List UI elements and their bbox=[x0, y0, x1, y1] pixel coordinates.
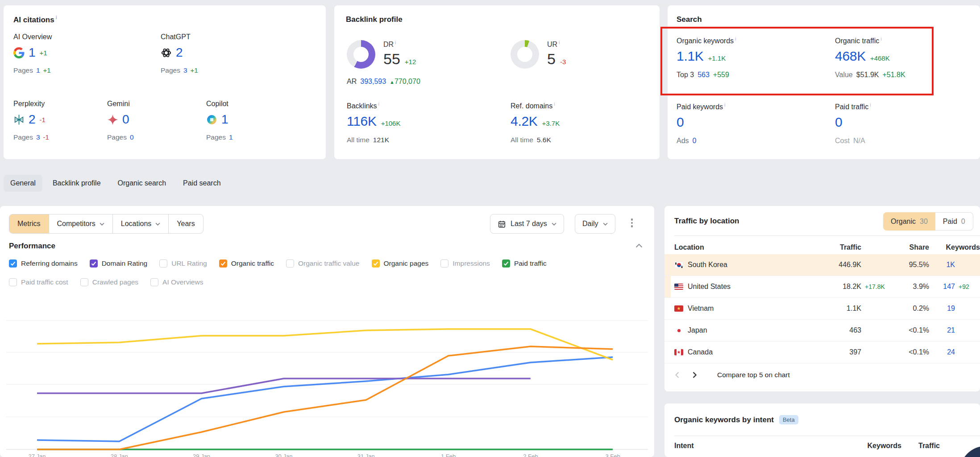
paid-keywords-block: Paid keywords 0 Ads 0 bbox=[677, 103, 726, 145]
info-icon bbox=[56, 15, 57, 20]
perplexity-icon bbox=[13, 114, 25, 125]
ai-pages-value[interactable]: 1 bbox=[36, 66, 40, 74]
metric-checkbox-row-2: Paid traffic costCrawled pagesAI Overvie… bbox=[9, 278, 203, 286]
granularity-button[interactable]: Daily bbox=[575, 214, 615, 234]
domain-rating-block: DR 55 +12 bbox=[347, 40, 494, 69]
checkbox-box[interactable] bbox=[9, 259, 17, 268]
url-rating-block: UR 5 -3 bbox=[511, 40, 644, 69]
checkbox-crawled-pages[interactable]: Crawled pages bbox=[80, 278, 138, 286]
keywords-link[interactable]: 21 bbox=[929, 326, 955, 334]
ai-citation-label: Gemini bbox=[107, 100, 134, 108]
tab-organic-search[interactable]: Organic search bbox=[111, 175, 173, 192]
ai-citation-label: Copilot bbox=[206, 100, 233, 108]
ai-citations-card: AI citations AI Overview1+1Pages1+1ChatG… bbox=[4, 5, 326, 159]
ref-domains-value[interactable]: 4.2K bbox=[511, 114, 538, 129]
backlinks-value[interactable]: 116K bbox=[347, 114, 377, 129]
flag-kr-icon bbox=[674, 262, 683, 268]
info-icon bbox=[880, 37, 881, 41]
ai-citation-value[interactable]: 1 bbox=[221, 112, 228, 127]
checkbox-box[interactable] bbox=[9, 278, 17, 286]
x-axis-label: 1 Feb bbox=[441, 453, 456, 457]
filter-competitors-button[interactable]: Competitors bbox=[49, 214, 113, 233]
info-icon bbox=[554, 102, 555, 107]
section-tabs: GeneralBacklink profileOrganic searchPai… bbox=[4, 175, 228, 192]
paid-traffic-block: Paid traffic 0 Cost N/A bbox=[835, 103, 871, 145]
keywords-link[interactable]: 24 bbox=[929, 348, 955, 356]
chevron-left-icon[interactable] bbox=[674, 371, 680, 379]
ai-citation-copilot: Copilot1Pages1 bbox=[206, 100, 233, 141]
ai-pages-value[interactable]: 1 bbox=[229, 133, 233, 141]
kebab-menu-icon[interactable] bbox=[627, 218, 636, 229]
keywords-link[interactable]: 19 bbox=[929, 305, 955, 313]
organic-traffic-value[interactable]: 468K bbox=[835, 49, 866, 64]
traffic-by-location-card: Traffic by location Organic30Paid0 Locat… bbox=[664, 206, 980, 391]
chatgpt-icon bbox=[161, 47, 172, 58]
flag-us-icon bbox=[674, 284, 683, 290]
checkbox-box[interactable] bbox=[80, 278, 88, 286]
ar-value[interactable]: 393,593 bbox=[360, 78, 386, 86]
backlinks-block: Backlinks 116K +106K All time121K bbox=[347, 102, 400, 144]
paid-traffic-value[interactable]: 0 bbox=[835, 115, 842, 130]
checkbox-organic-pages[interactable]: Organic pages bbox=[372, 259, 429, 268]
chevron-up-icon[interactable] bbox=[635, 243, 643, 248]
info-icon bbox=[395, 40, 396, 45]
filter-metrics-button[interactable]: Metrics bbox=[9, 214, 49, 233]
ai-citation-value[interactable]: 2 bbox=[29, 112, 36, 127]
chevron-down-icon bbox=[552, 222, 556, 226]
checkbox-box[interactable] bbox=[219, 259, 227, 268]
ai-citation-value[interactable]: 2 bbox=[176, 45, 183, 60]
tab-paid-search[interactable]: Paid search bbox=[176, 175, 228, 192]
checkbox-box[interactable] bbox=[502, 259, 510, 268]
organic-traffic-block: Organic traffic 468K +468K Value $51.9K … bbox=[835, 37, 905, 79]
keywords-link[interactable]: 147 bbox=[929, 283, 955, 291]
chevron-right-icon[interactable] bbox=[692, 371, 698, 379]
ai-citation-gemini: Gemini0Pages0 bbox=[107, 100, 134, 141]
chart-line-organic-traffic bbox=[37, 346, 613, 449]
x-axis-label: 28 Jan bbox=[111, 453, 128, 457]
ai-citation-delta: +1 bbox=[40, 49, 47, 57]
toggle-organic[interactable]: Organic30 bbox=[883, 212, 935, 231]
checkbox-box[interactable] bbox=[90, 259, 98, 268]
x-axis-label: 29 Jan bbox=[193, 453, 210, 457]
backlink-profile-title: Backlink profile bbox=[346, 15, 403, 24]
checkbox-organic-traffic[interactable]: Organic traffic bbox=[219, 259, 274, 268]
organic-keywords-value[interactable]: 1.1K bbox=[677, 49, 704, 64]
location-row-canada: Canada397<0.1%24 bbox=[664, 342, 980, 363]
checkbox-organic-traffic-value[interactable]: Organic traffic value bbox=[286, 259, 360, 268]
tab-general[interactable]: General bbox=[4, 175, 42, 192]
divider bbox=[674, 436, 980, 436]
checkbox-box[interactable] bbox=[150, 278, 158, 286]
paid-keywords-value[interactable]: 0 bbox=[677, 115, 684, 130]
ar-delta: ▲770,070 bbox=[390, 78, 420, 86]
checkbox-box[interactable] bbox=[440, 259, 448, 268]
checkbox-impressions[interactable]: Impressions bbox=[440, 259, 490, 268]
ai-pages-value[interactable]: 3 bbox=[36, 133, 40, 141]
ai-pages-value[interactable]: 3 bbox=[183, 66, 187, 74]
ai-pages-value[interactable]: 0 bbox=[130, 133, 134, 141]
checkbox-domain-rating[interactable]: Domain Rating bbox=[90, 259, 148, 268]
filter-years-button[interactable]: Years bbox=[169, 214, 203, 233]
checkbox-url-rating[interactable]: URL Rating bbox=[159, 259, 207, 268]
checkbox-referring-domains[interactable]: Referring domains bbox=[9, 259, 78, 268]
search-card: Search Organic keywords 1.1K +1.1K Top 3… bbox=[668, 5, 980, 159]
info-icon bbox=[559, 40, 560, 45]
checkbox-paid-traffic[interactable]: Paid traffic bbox=[502, 259, 547, 268]
checkbox-box[interactable] bbox=[159, 259, 167, 268]
date-range-button[interactable]: Last 7 days bbox=[490, 214, 564, 234]
ai-citation-value[interactable]: 0 bbox=[122, 112, 129, 127]
ai-citation-value[interactable]: 1 bbox=[29, 45, 36, 60]
chevron-down-icon bbox=[100, 222, 104, 226]
info-icon bbox=[735, 37, 736, 41]
keywords-link[interactable]: 1K bbox=[929, 261, 955, 269]
intent-table-header: Intent Keywords Traffic bbox=[664, 442, 980, 450]
ai-citation-ai-overview: AI Overview1+1Pages1+1 bbox=[13, 33, 52, 74]
checkbox-box[interactable] bbox=[372, 259, 380, 268]
top3-value[interactable]: 563 bbox=[698, 71, 710, 79]
filter-locations-button[interactable]: Locations bbox=[113, 214, 169, 233]
checkbox-paid-traffic-cost[interactable]: Paid traffic cost bbox=[9, 278, 68, 286]
tab-backlink-profile[interactable]: Backlink profile bbox=[46, 175, 108, 192]
checkbox-box[interactable] bbox=[286, 259, 294, 268]
checkbox-ai-overviews[interactable]: AI Overviews bbox=[150, 278, 203, 286]
toggle-paid[interactable]: Paid0 bbox=[935, 212, 973, 231]
compare-top5-link[interactable]: Compare top 5 on chart bbox=[717, 371, 790, 379]
